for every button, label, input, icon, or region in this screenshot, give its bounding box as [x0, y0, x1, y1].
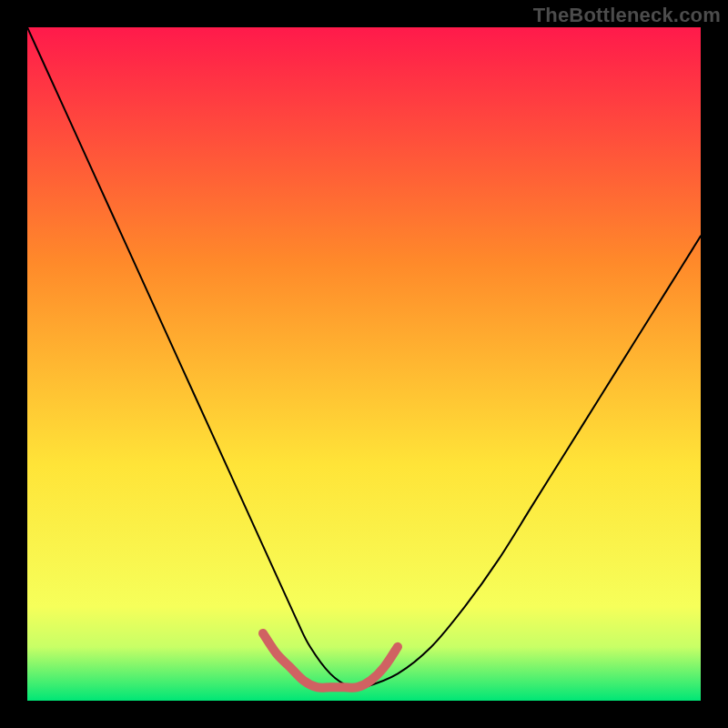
plot-area: [27, 27, 701, 701]
bottleneck-chart: [27, 27, 701, 701]
gradient-background: [27, 27, 701, 701]
watermark-text: TheBottleneck.com: [533, 4, 721, 27]
chart-frame: TheBottleneck.com: [0, 0, 728, 728]
